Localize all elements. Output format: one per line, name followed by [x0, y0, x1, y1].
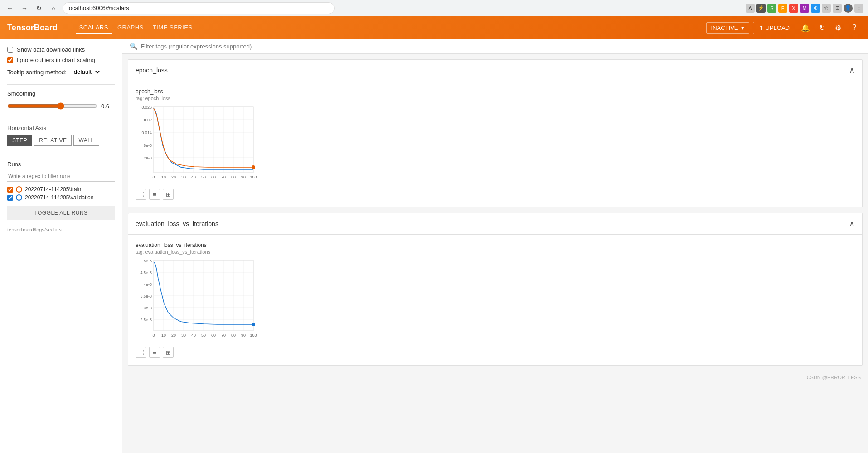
ext-icon-1: A	[746, 4, 755, 13]
chart-label-1: epoch_loss	[136, 88, 855, 95]
chart-section-title-2: evaluation_loss_vs_iterations	[136, 220, 218, 227]
axis-relative-button[interactable]: RELATIVE	[34, 135, 72, 146]
filter-search-icon: 🔍	[130, 43, 137, 50]
run-row-train: 20220714-114205\train	[7, 186, 115, 193]
smoothing-slider[interactable]	[7, 102, 97, 110]
notifications-button[interactable]: 🔔	[799, 21, 812, 34]
svg-text:0: 0	[152, 333, 155, 337]
data-table-button-1[interactable]: ≡	[149, 189, 160, 200]
main-layout: Show data download links Ignore outliers…	[0, 39, 868, 453]
svg-text:90: 90	[241, 333, 246, 337]
chart-container-1: 0.026 0.02 0.014 8e-3 2e-3 0 10 20 30 40…	[136, 105, 855, 185]
browser-chrome: ← → ↻ ⌂ localhost:6006/#scalars A ⚡ S F …	[0, 0, 868, 16]
svg-text:30: 30	[181, 333, 186, 337]
run-validation-color	[16, 194, 22, 201]
ext-icon-6: M	[800, 4, 809, 13]
axis-wall-button[interactable]: WALL	[73, 135, 99, 146]
chart-svg-2: 5e-3 4.5e-3 4e-3 3.5e-3 3e-3 2.5e-3 0 10…	[136, 258, 258, 342]
svg-text:50: 50	[201, 333, 206, 337]
chart-section-header-2: evaluation_loss_vs_iterations ∧	[128, 213, 862, 235]
svg-text:3.5e-3: 3.5e-3	[140, 294, 152, 299]
ext-icon-7: ⊕	[811, 4, 820, 13]
collapse-button-2[interactable]: ∧	[849, 219, 855, 229]
footer: CSDN @ERROR_LESS	[122, 371, 868, 384]
inactive-dropdown[interactable]: INACTIVE ▾	[706, 22, 749, 34]
ext-icon-2: ⚡	[756, 4, 766, 13]
log-path: tensorboard/logs/scalars	[7, 227, 115, 232]
data-table-button-2[interactable]: ≡	[149, 347, 160, 358]
expand-chart-button-1[interactable]: ⛶	[136, 189, 146, 200]
svg-text:30: 30	[181, 175, 186, 179]
svg-text:0: 0	[152, 175, 155, 179]
tooltip-select[interactable]: default	[70, 67, 101, 77]
run-train-checkbox[interactable]	[7, 187, 13, 193]
toggle-all-button[interactable]: TOGGLE ALL RUNS	[7, 206, 115, 220]
forward-button[interactable]: →	[19, 3, 30, 14]
chart-section-title-1: epoch_loss	[136, 67, 168, 74]
nav-time-series[interactable]: TIME SERIES	[149, 22, 196, 34]
svg-text:0.02: 0.02	[144, 118, 152, 122]
divider-1	[7, 84, 115, 85]
svg-text:10: 10	[161, 175, 166, 179]
run-validation-checkbox[interactable]	[7, 195, 13, 201]
runs-filter-input[interactable]	[7, 171, 115, 182]
chart-content-1: epoch_loss tag: epoch_loss	[128, 81, 862, 207]
tooltip-label: Tooltip sorting method:	[7, 69, 67, 76]
svg-text:0.014: 0.014	[141, 130, 152, 135]
nav-scalars[interactable]: SCALARS	[76, 22, 112, 34]
fit-button-1[interactable]: ⊞	[163, 189, 174, 200]
refresh-header-button[interactable]: ↻	[815, 21, 828, 34]
ignore-outliers-label: Ignore outliers in chart scaling	[17, 57, 95, 63]
address-bar[interactable]: localhost:6006/#scalars	[63, 2, 335, 14]
settings-button[interactable]: ⚙	[832, 21, 844, 34]
filter-input[interactable]	[141, 43, 861, 50]
svg-text:90: 90	[241, 175, 246, 179]
svg-text:50: 50	[201, 175, 206, 179]
dropdown-arrow-icon: ▾	[741, 24, 744, 31]
upload-button[interactable]: ⬆ UPLOAD	[753, 22, 795, 34]
ignore-outliers-row: Ignore outliers in chart scaling	[7, 57, 115, 63]
browser-extensions: A ⚡ S F X M ⊕ ☆ ⊡ 👤 ⋮	[746, 4, 863, 13]
ext-icon-4: F	[778, 4, 787, 13]
svg-text:70: 70	[221, 175, 226, 179]
expand-chart-button-2[interactable]: ⛶	[136, 347, 146, 358]
help-button[interactable]: ?	[848, 21, 861, 34]
svg-text:5e-3: 5e-3	[144, 259, 152, 263]
axis-step-button[interactable]: STEP	[7, 135, 32, 146]
svg-text:100: 100	[250, 175, 257, 179]
tb-header-right: INACTIVE ▾ ⬆ UPLOAD 🔔 ↻ ⚙ ?	[706, 21, 861, 34]
content-area: 🔍 epoch_loss ∧ epoch_loss tag: epoch_los…	[122, 39, 868, 453]
sidebar: Show data download links Ignore outliers…	[0, 39, 122, 453]
svg-text:2e-3: 2e-3	[144, 156, 152, 160]
svg-text:40: 40	[191, 333, 196, 337]
home-button[interactable]: ⌂	[48, 3, 59, 14]
refresh-button[interactable]: ↻	[34, 3, 44, 14]
show-download-label: Show data download links	[17, 46, 85, 53]
svg-text:80: 80	[231, 175, 236, 179]
ignore-outliers-checkbox[interactable]	[7, 57, 13, 63]
menu-icon[interactable]: ⋮	[854, 4, 863, 13]
svg-text:100: 100	[250, 333, 257, 337]
ext-icon-5: X	[789, 4, 798, 13]
svg-text:4.5e-3: 4.5e-3	[140, 270, 152, 275]
tb-nav: SCALARS GRAPHS TIME SERIES	[76, 22, 196, 34]
fit-button-2[interactable]: ⊞	[163, 347, 174, 358]
profile-icon[interactable]: 👤	[844, 4, 853, 13]
chart-tag-1: tag: epoch_loss	[136, 96, 855, 101]
chart-section-header-1: epoch_loss ∧	[128, 60, 862, 81]
run-validation-label: 20220714-114205\validation	[25, 194, 93, 201]
ext-icon-3: S	[767, 4, 776, 13]
show-download-checkbox[interactable]	[7, 47, 13, 53]
back-button[interactable]: ←	[5, 3, 15, 14]
collapse-button-1[interactable]: ∧	[849, 65, 855, 75]
nav-graphs[interactable]: GRAPHS	[114, 22, 147, 34]
svg-point-54	[252, 323, 255, 326]
chart-content-2: evaluation_loss_vs_iterations tag: evalu…	[128, 235, 862, 365]
url-display: localhost:6006/#scalars	[68, 5, 129, 11]
chart-container-2: 5e-3 4.5e-3 4e-3 3.5e-3 3e-3 2.5e-3 0 10…	[136, 258, 855, 343]
smoothing-row: 0.6	[7, 102, 115, 110]
chart-section-epoch-loss: epoch_loss ∧ epoch_loss tag: epoch_loss	[128, 59, 863, 207]
tooltip-row: Tooltip sorting method: default	[7, 67, 115, 77]
svg-text:20: 20	[171, 333, 176, 337]
svg-text:0.026: 0.026	[141, 105, 152, 110]
